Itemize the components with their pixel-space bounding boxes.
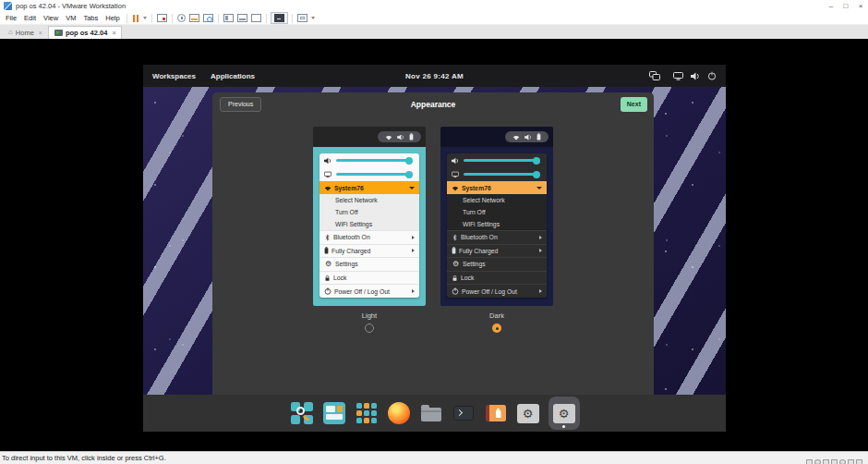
app-grid-icon: [356, 403, 377, 423]
vm-console[interactable]: Workspaces Applications Nov 26 9:42 AM A…: [0, 39, 868, 451]
network-name: System76: [334, 185, 364, 191]
minimize-button[interactable]: –: [824, 0, 838, 12]
dark-radio[interactable]: [492, 324, 501, 333]
pause-dropdown-icon[interactable]: [143, 17, 147, 19]
bluetooth-icon: [324, 234, 331, 241]
toolbar-separator: [172, 14, 173, 23]
workspaces-button[interactable]: Workspaces: [152, 72, 196, 80]
vmware-logo-icon: [4, 2, 12, 10]
close-button[interactable]: ×: [853, 0, 868, 12]
wifi-icon: [385, 134, 392, 140]
tab-home[interactable]: ⌂ Home ×: [3, 26, 48, 39]
menu-view[interactable]: View: [40, 14, 62, 22]
menu-item-battery: Fully Charged: [319, 244, 419, 258]
display-icon[interactable]: [673, 72, 683, 80]
speaker-icon: [452, 157, 459, 165]
toolbar-separator: [266, 14, 267, 23]
gear-icon: ⚙: [324, 261, 332, 268]
dock-terminal[interactable]: [452, 401, 476, 425]
snapshot-clock-icon[interactable]: [177, 14, 186, 22]
menu-edit[interactable]: Edit: [20, 14, 40, 22]
usb-icon: [831, 459, 838, 464]
dock-settings-active[interactable]: ⚙: [549, 397, 580, 430]
gear-icon: ⚙: [452, 261, 460, 268]
menu-item-bluetooth: Bluetooth On: [447, 230, 547, 244]
theme-preview-dark[interactable]: System76 Select Network Turn Off WiFi Se…: [440, 127, 553, 306]
workspaces-applet-icon[interactable]: [649, 71, 660, 80]
status-bar: To direct input to this VM, click inside…: [0, 451, 868, 464]
send-ctrl-alt-del-button[interactable]: [157, 14, 167, 22]
tab-close-icon[interactable]: ×: [39, 30, 42, 36]
device-status-icons[interactable]: [806, 456, 868, 461]
next-button[interactable]: Next: [621, 97, 647, 112]
dock-settings[interactable]: ⚙: [516, 401, 540, 425]
dock-overview-search[interactable]: [290, 401, 314, 425]
tab-pop-os[interactable]: pop os 42.04 ×: [48, 26, 123, 39]
tab-home-label: Home: [16, 29, 34, 37]
menu-toolbar: File Edit View VM Tabs Help: [0, 12, 868, 25]
title-bar: pop os 42.04 - VMware Workstation – □ ×: [0, 0, 868, 12]
gnome-top-bar: Workspaces Applications Nov 26 9:42 AM: [143, 65, 726, 87]
printer-icon: [848, 459, 854, 464]
toolbar-separator: [151, 14, 152, 23]
applications-button[interactable]: Applications: [211, 72, 255, 80]
network-submenu: Select Network Turn Off WiFi Settings: [447, 194, 547, 230]
volume-slider-row: [447, 153, 547, 167]
pause-button[interactable]: [133, 15, 139, 22]
toolbar-separator: [218, 14, 219, 23]
stretch-dropdown-icon[interactable]: [311, 17, 315, 19]
dock-files[interactable]: [419, 401, 443, 425]
volume-icon[interactable]: [691, 72, 700, 80]
slider-knob: [533, 157, 540, 165]
dock-app-grid[interactable]: [355, 401, 379, 425]
light-radio[interactable]: [365, 324, 374, 333]
fullscreen-button[interactable]: [251, 14, 261, 22]
maximize-button[interactable]: □: [838, 0, 853, 12]
dock-firefox[interactable]: [387, 401, 411, 425]
manage-snapshots-button[interactable]: [203, 14, 213, 22]
theme-labels-row: Light Dark: [212, 311, 654, 320]
menu-vm[interactable]: VM: [62, 14, 79, 22]
preview-frame-light: System76 Select Network Turn Off WiFi Se…: [313, 147, 426, 306]
menu-file[interactable]: File: [2, 14, 20, 22]
preview-status-pill: [505, 131, 549, 142]
take-snapshot-button[interactable]: [189, 14, 199, 22]
network-adapter-icon: [823, 459, 829, 464]
vm-screen: Workspaces Applications Nov 26 9:42 AM A…: [143, 65, 726, 432]
menu-item-turn-off: Turn Off: [447, 206, 547, 218]
volume-slider-row: [319, 153, 419, 167]
home-icon: ⌂: [8, 29, 13, 36]
light-label: Light: [313, 311, 426, 320]
wifi-icon: [452, 185, 459, 191]
stretch-guest-button[interactable]: [297, 14, 307, 22]
previous-button[interactable]: Previous: [220, 97, 261, 112]
menu-item-turn-off: Turn Off: [319, 206, 419, 218]
menu-item-wifi-settings: WiFi Settings: [447, 218, 547, 230]
submenu-arrow-icon: [412, 236, 415, 239]
preview-quick-menu-light: System76 Select Network Turn Off WiFi Se…: [319, 153, 419, 298]
show-thumbnail-bar-button[interactable]: [237, 14, 247, 22]
menu-item-lock: Lock: [319, 271, 419, 285]
dark-label: Dark: [440, 311, 553, 320]
theme-preview-light[interactable]: System76 Select Network Turn Off WiFi Se…: [313, 127, 426, 306]
firefox-icon: [388, 402, 410, 424]
volume-slider: [464, 159, 537, 162]
theme-radios-row: [212, 324, 654, 333]
show-library-button[interactable]: [223, 14, 234, 22]
dialog-header: Appearance Previous Next: [212, 92, 654, 116]
brightness-slider: [464, 173, 537, 176]
dock-window-tiling[interactable]: [322, 401, 346, 425]
power-icon[interactable]: [707, 71, 717, 80]
menu-tabs[interactable]: Tabs: [79, 14, 102, 22]
tab-close-icon[interactable]: ×: [112, 30, 115, 36]
sound-icon: [839, 459, 846, 464]
console-view-button[interactable]: [271, 12, 288, 24]
brightness-slider: [336, 173, 410, 176]
preview-quick-menu-dark: System76 Select Network Turn Off WiFi Se…: [447, 153, 547, 298]
network-submenu: Select Network Turn Off WiFi Settings: [319, 194, 419, 230]
menu-help[interactable]: Help: [102, 14, 123, 22]
vm-running-icon: [54, 30, 63, 36]
dock-pop-shop[interactable]: [484, 401, 508, 425]
vmware-workstation-window: pop os 42.04 - VMware Workstation – □ × …: [0, 0, 868, 464]
dialog-title: Appearance: [212, 92, 654, 116]
